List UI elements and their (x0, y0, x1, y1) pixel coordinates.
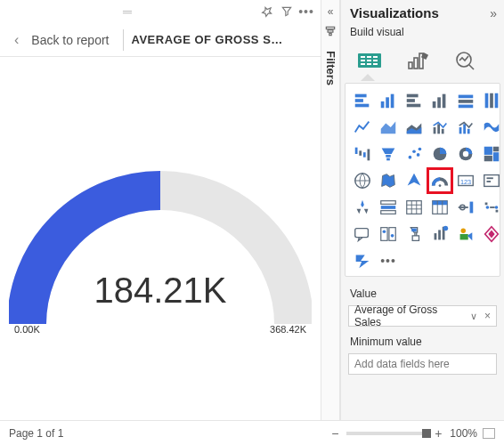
viz-type-100-stacked-column[interactable] (480, 89, 503, 112)
viz-type-azure-map[interactable] (402, 169, 426, 192)
svg-rect-13 (409, 62, 412, 69)
svg-rect-79 (470, 202, 474, 214)
viz-type-python-visual[interactable] (480, 196, 503, 219)
value-well-label: Value (348, 284, 497, 303)
svg-rect-36 (437, 124, 440, 134)
svg-rect-23 (407, 94, 419, 98)
filters-pane-collapsed[interactable]: « Filters (321, 0, 340, 420)
viz-type-key-influencers[interactable] (377, 222, 400, 246)
svg-rect-62 (484, 175, 500, 187)
more-icon[interactable]: ••• (299, 4, 313, 19)
viz-type-clustered-bar[interactable] (402, 89, 426, 112)
value-well-item[interactable]: Average of Gross Sales ∨ × (348, 305, 497, 327)
viz-type-more[interactable]: ••• (377, 249, 400, 272)
viz-type-stacked-column[interactable] (377, 89, 400, 112)
svg-rect-66 (381, 206, 396, 209)
viz-type-donut[interactable] (454, 142, 477, 166)
viz-type-kpi[interactable] (480, 169, 503, 192)
viz-type-decomposition[interactable] (402, 222, 426, 246)
value-well-item-text: Average of Gross Sales (354, 303, 467, 328)
zoom-out-button[interactable]: − (329, 426, 341, 441)
gauge-visual[interactable]: 184.21K 0.00K 368.42K (9, 164, 312, 342)
viz-type-pie[interactable] (428, 142, 451, 166)
svg-rect-86 (381, 228, 387, 241)
svg-rect-27 (437, 97, 441, 108)
svg-point-88 (383, 230, 386, 233)
svg-rect-56 (493, 152, 499, 161)
viz-type-area[interactable] (377, 116, 400, 139)
back-to-report-link[interactable]: Back to report (24, 33, 116, 47)
visualizations-heading: Visualizations (350, 5, 439, 20)
viz-type-power-apps[interactable] (480, 222, 503, 246)
viz-type-map[interactable] (351, 169, 374, 192)
viz-type-card[interactable]: 123 (454, 169, 477, 192)
viz-type-r-visual[interactable] (454, 196, 477, 219)
expand-filters-icon[interactable]: « (328, 5, 334, 18)
divider (123, 29, 124, 51)
viz-type-line-clustered-column[interactable] (454, 116, 477, 139)
svg-rect-8 (367, 60, 371, 61)
minimum-well-drop[interactable]: Add data fields here (348, 353, 497, 375)
build-visual-label: Build visual (341, 24, 504, 44)
viz-type-ribbon[interactable] (480, 116, 503, 139)
viz-type-clustered-column[interactable] (428, 89, 451, 112)
zoom-controls: − + 100% (329, 426, 495, 441)
visualizations-pane: Visualizations » Build visual 123••• Val… (340, 0, 504, 420)
fit-to-page-button[interactable] (483, 428, 495, 439)
svg-rect-42 (359, 150, 362, 156)
svg-rect-46 (386, 158, 390, 161)
pin-icon[interactable] (260, 4, 274, 19)
svg-rect-57 (484, 156, 492, 161)
svg-point-48 (412, 150, 416, 153)
viz-type-line[interactable] (351, 116, 374, 139)
viz-type-filled-map[interactable] (377, 169, 400, 192)
viz-type-paginated[interactable] (454, 222, 477, 246)
tab-analytics[interactable] (450, 47, 482, 74)
svg-rect-29 (459, 95, 474, 99)
chevron-down-icon[interactable]: ∨ (470, 311, 477, 322)
filters-funnel-icon (324, 25, 337, 40)
viz-type-power-automate[interactable] (351, 249, 374, 272)
viz-tabs (341, 44, 504, 74)
collapse-viz-icon[interactable]: » (490, 6, 497, 20)
tab-build[interactable] (354, 47, 386, 74)
zoom-slider[interactable] (346, 432, 427, 435)
zoom-in-button[interactable]: + (432, 426, 444, 441)
svg-rect-22 (391, 94, 394, 109)
viz-type-waterfall[interactable] (351, 142, 374, 166)
svg-rect-24 (407, 99, 415, 102)
svg-rect-2 (329, 33, 331, 35)
svg-rect-6 (373, 56, 378, 58)
back-chevron-icon[interactable]: ‹ (9, 32, 24, 48)
viz-type-qa[interactable] (351, 222, 374, 246)
tab-format[interactable] (402, 47, 434, 74)
svg-point-53 (463, 151, 468, 157)
svg-point-50 (419, 148, 422, 151)
viz-type-gauge[interactable] (428, 169, 451, 192)
viz-type-matrix[interactable] (428, 196, 451, 219)
svg-rect-20 (381, 101, 385, 108)
viz-type-table[interactable] (402, 196, 426, 219)
svg-rect-96 (460, 234, 468, 239)
remove-field-icon[interactable]: × (481, 310, 491, 322)
viz-type-funnel[interactable] (377, 142, 400, 166)
viz-type-stacked-bar[interactable] (351, 89, 374, 112)
report-canvas[interactable]: 184.21K 0.00K 368.42K (0, 57, 321, 445)
drag-handle-icon[interactable]: ═ (123, 4, 134, 19)
viz-type-slicer[interactable] (377, 196, 400, 219)
svg-point-59 (439, 184, 442, 187)
filter-icon[interactable] (280, 4, 294, 19)
viz-type-stacked-area[interactable] (402, 116, 426, 139)
viz-type-narrative[interactable] (428, 222, 451, 246)
svg-point-89 (391, 234, 394, 238)
viz-type-line-stacked-column[interactable] (428, 116, 451, 139)
viz-type-100-stacked-bar[interactable] (454, 89, 477, 112)
report-area: ═ ••• ‹ Back to report AVERAGE OF GROSS … (0, 0, 321, 445)
svg-point-82 (495, 206, 499, 209)
svg-rect-1 (328, 30, 333, 32)
viz-type-scatter[interactable] (402, 142, 426, 166)
svg-rect-90 (411, 229, 417, 232)
svg-text:123: 123 (460, 178, 471, 186)
viz-type-treemap[interactable] (480, 142, 503, 166)
viz-type-multi-row-card[interactable] (351, 196, 374, 219)
